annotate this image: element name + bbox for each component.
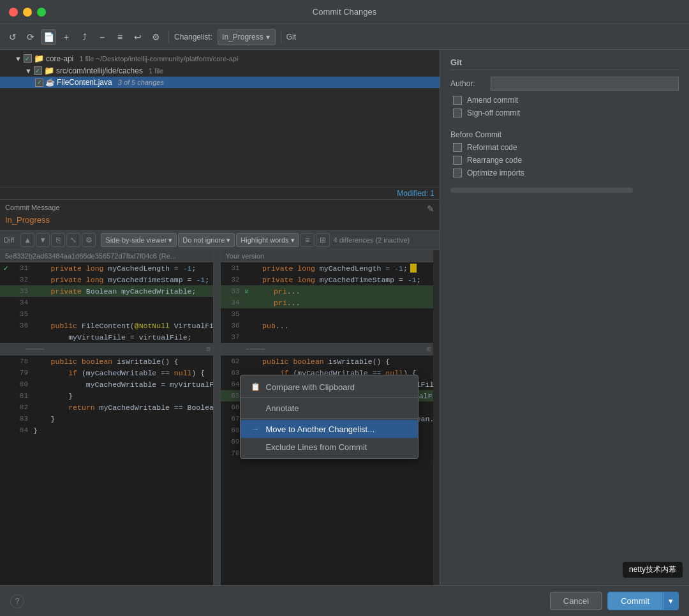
- line-gutter-check: ✓: [1, 264, 10, 273]
- window-controls[interactable]: [9, 8, 46, 17]
- highlight-value: Highlight words: [241, 236, 288, 244]
- ctx-exclude-lines[interactable]: Exclude Lines from Commit: [241, 438, 418, 456]
- code-line-r: 32 private long myCachedTimeStamp = -1;: [221, 274, 434, 285]
- diff-settings-btn[interactable]: ⚙: [82, 233, 96, 247]
- help-button[interactable]: ?: [10, 594, 24, 608]
- commit-arrow-button[interactable]: ▾: [663, 592, 679, 610]
- toolbar-update-btn[interactable]: ⟳: [23, 29, 38, 45]
- main-layout: ▼ 📁 core-api 1 file ~/Desktop/intellij-c…: [0, 50, 689, 616]
- cancel-button[interactable]: Cancel: [550, 592, 602, 610]
- author-input[interactable]: [491, 77, 679, 91]
- diff-right-header: Your version: [221, 250, 434, 262]
- toolbar-diff-btn[interactable]: ≡: [112, 29, 128, 45]
- code-line-r: 31 private long myCachedLength = -1;: [221, 262, 434, 274]
- tree-item-core-api[interactable]: ▼ 📁 core-api 1 file ~/Desktop/intellij-c…: [0, 52, 440, 64]
- code-line-r-changed: 34 pri...: [221, 297, 434, 308]
- signoff-commit-label: Sign-off commit: [467, 109, 520, 117]
- reformat-code-label: Reformat code: [467, 143, 517, 152]
- commit-edit-icon[interactable]: ✎: [427, 204, 434, 214]
- amend-commit-checkbox[interactable]: [453, 96, 462, 105]
- ctx-separator-1: [241, 397, 418, 398]
- code-line-r: 37: [221, 331, 434, 343]
- toolbar: ↺ ⟳ 📄 + ⤴ − ≡ ↩ ⚙ Changelist: In_Progres…: [0, 24, 689, 50]
- diff-side-btn[interactable]: ⊞: [316, 233, 330, 247]
- rearrange-code-label: Rearrange code: [467, 156, 522, 165]
- code-line: 80 myCachedWritable = myVirtualFile.is..…: [0, 379, 213, 390]
- ctx-annotate[interactable]: Annotate: [241, 399, 418, 417]
- diff-up-btn[interactable]: ▲: [20, 233, 34, 247]
- folder-icon: 📁: [34, 54, 44, 63]
- file-tree: ▼ 📁 core-api 1 file ~/Desktop/intellij-c…: [0, 50, 440, 187]
- toolbar-add-btn[interactable]: +: [59, 29, 74, 45]
- viewer-value: Side-by-side viewer: [105, 236, 167, 244]
- commit-button[interactable]: Commit: [607, 592, 663, 610]
- optimize-imports-checkbox[interactable]: [453, 169, 462, 177]
- toolbar-move-btn[interactable]: ⤴: [77, 29, 92, 45]
- toolbar-commit-btn[interactable]: 📄: [41, 29, 56, 45]
- diff-copy-btn[interactable]: ⎘: [51, 233, 65, 247]
- maximize-button[interactable]: [37, 8, 46, 17]
- ctx-move-changelist[interactable]: → Move to Another Changelist...: [241, 420, 418, 438]
- changelist-dropdown[interactable]: In_Progress ▾: [218, 29, 276, 45]
- close-button[interactable]: [9, 8, 18, 17]
- action-buttons: Cancel Commit ▾: [550, 592, 679, 610]
- code-line-r: 35: [221, 308, 434, 320]
- tree-item-file-meta: 3 of 5 changes: [118, 79, 164, 86]
- line-checkbox[interactable]: ☑: [245, 287, 256, 295]
- highlight-dropdown[interactable]: Highlight words ▾: [236, 233, 299, 247]
- folder-icon-2: 📁: [44, 66, 54, 75]
- right-scrollbar[interactable]: [450, 188, 633, 193]
- diff-separator: [213, 250, 221, 616]
- diff-right-pane: Your version 31 private long myCachedLen…: [221, 250, 434, 616]
- diff-scrollbar[interactable]: [433, 250, 440, 616]
- code-line: 83 }: [0, 413, 213, 424]
- code-line: 81 }: [0, 390, 213, 402]
- commit-message-value[interactable]: In_Progress: [5, 214, 434, 226]
- tree-item-filename: FileContent.java: [57, 78, 112, 87]
- before-commit-title: Before Commit: [450, 130, 679, 139]
- ctx-compare-clipboard[interactable]: 📋 Compare with Clipboard: [241, 378, 418, 396]
- reformat-code-checkbox[interactable]: [453, 143, 462, 152]
- checkbox-caches[interactable]: [34, 66, 42, 75]
- code-line: 32 private long myCachedTimeStamp = -1;: [0, 274, 213, 285]
- checkbox-core-api[interactable]: [24, 54, 32, 63]
- tree-item-caches-name: src/com/intellij/ide/caches: [56, 66, 143, 75]
- left-panel: ▼ 📁 core-api 1 file ~/Desktop/intellij-c…: [0, 50, 440, 616]
- toolbar-refresh-btn[interactable]: ↺: [5, 29, 20, 45]
- exclude-icon: [251, 442, 261, 452]
- diff-left-header: 5e8332b2ad63484aa1d66de356572d7fbd7f04c6…: [0, 250, 213, 262]
- tree-item-caches[interactable]: ▼ 📁 src/com/intellij/ide/caches 1 file: [0, 64, 440, 77]
- code-line: myVirtualFile = virtualFile;: [0, 331, 213, 343]
- optimize-imports-row: Optimize imports: [453, 169, 679, 177]
- minimize-button[interactable]: [23, 8, 32, 17]
- diff-label: Diff: [4, 236, 14, 244]
- toolbar-separator: [168, 31, 169, 43]
- viewer-dropdown[interactable]: Side-by-side viewer ▾: [101, 233, 177, 247]
- toolbar-separator-2: [281, 31, 281, 43]
- changelist-value: In_Progress: [222, 33, 263, 41]
- signoff-commit-checkbox[interactable]: [453, 109, 462, 117]
- code-line-r: 36 pub...: [221, 320, 434, 331]
- diff-gap-right: ⋯⋯⋯⋯⋯ ⊞: [221, 343, 434, 356]
- checkbox-file[interactable]: [35, 79, 43, 87]
- diff-gap: ⋯⋯⋯⋯⋯ ⊞: [0, 343, 213, 356]
- diff-collapse-btn[interactable]: ≡: [300, 233, 315, 247]
- diff-down-btn[interactable]: ▼: [36, 233, 50, 247]
- tree-item-file[interactable]: ☕ FileContent.java 3 of 5 changes: [0, 77, 440, 88]
- ignore-dropdown[interactable]: Do not ignore ▾: [178, 233, 235, 247]
- modified-label: Modified: 1: [397, 189, 434, 198]
- author-label: Author:: [450, 79, 485, 88]
- tree-item-meta: 1 file ~/Desktop/intellij-community/plat…: [79, 55, 238, 63]
- diff-section: Diff ▲ ▼ ⎘ ⤡ ⚙ Side-by-side viewer ▾ Do …: [0, 230, 440, 616]
- diff-fold-btn[interactable]: ⤡: [66, 233, 80, 247]
- changelist-arrow: ▾: [266, 33, 270, 41]
- toolbar-settings-btn[interactable]: ⚙: [148, 29, 163, 45]
- ctx-label-exclude: Exclude Lines from Commit: [266, 442, 367, 452]
- signoff-commit-row: Sign-off commit: [453, 109, 679, 117]
- toolbar-undo-btn[interactable]: ↩: [130, 29, 145, 45]
- toolbar-remove-btn[interactable]: −: [94, 29, 110, 45]
- amend-commit-label: Amend commit: [467, 96, 518, 105]
- code-left: ✓ 31 private long myCachedLength = -1; 3…: [0, 262, 213, 613]
- rearrange-code-checkbox[interactable]: [453, 156, 462, 165]
- amend-commit-row: Amend commit: [453, 96, 679, 105]
